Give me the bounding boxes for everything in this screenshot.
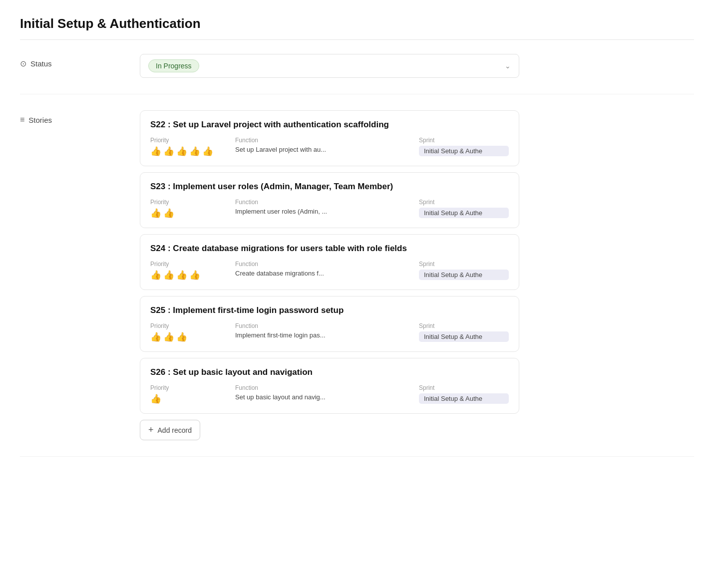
thumb-icon: 👍 xyxy=(150,331,161,342)
thumb-icon: 👍 xyxy=(150,146,161,157)
story-meta: Priority 👍👍👍 Function Implement first-ti… xyxy=(150,322,509,342)
story-title: S22 : Set up Laravel project with authen… xyxy=(150,120,509,130)
function-label: Function xyxy=(235,199,419,206)
function-value: Set up basic layout and navig... xyxy=(235,393,419,401)
priority-thumbs: 👍👍👍 xyxy=(150,331,235,342)
sprint-group: Sprint Initial Setup & Authe xyxy=(419,322,509,342)
story-meta: Priority 👍 Function Set up basic layout … xyxy=(150,384,509,404)
priority-group: Priority 👍👍👍👍 xyxy=(150,261,235,281)
function-value: Set up Laravel project with au... xyxy=(235,146,419,153)
sprint-group: Sprint Initial Setup & Authe xyxy=(419,199,509,219)
thumb-icon: 👍 xyxy=(150,208,161,219)
priority-group: Priority 👍 xyxy=(150,384,235,404)
priority-thumbs: 👍 xyxy=(150,393,235,404)
add-record-button[interactable]: + Add record xyxy=(140,420,200,440)
sprint-group: Sprint Initial Setup & Authe xyxy=(419,384,509,404)
stories-label-text: Stories xyxy=(28,116,52,124)
story-card[interactable]: S24 : Create database migrations for use… xyxy=(140,234,519,290)
status-badge: In Progress xyxy=(148,59,199,72)
thumb-icon: 👍 xyxy=(163,146,174,157)
story-card[interactable]: S23 : Implement user roles (Admin, Manag… xyxy=(140,172,519,228)
sprint-label: Sprint xyxy=(419,137,509,144)
stories-label: ≡ Stories xyxy=(20,110,140,124)
story-title: S23 : Implement user roles (Admin, Manag… xyxy=(150,182,509,192)
priority-group: Priority 👍👍👍 xyxy=(150,322,235,342)
sprint-label: Sprint xyxy=(419,199,509,206)
status-label-text: Status xyxy=(30,59,52,68)
sprint-badge: Initial Setup & Authe xyxy=(419,393,509,404)
function-value: Implement user roles (Admin, ... xyxy=(235,208,419,215)
function-label: Function xyxy=(235,322,419,329)
chevron-down-icon: ⌄ xyxy=(505,62,511,70)
function-label: Function xyxy=(235,137,419,144)
function-group: Function Implement user roles (Admin, ..… xyxy=(235,199,419,219)
function-group: Function Set up Laravel project with au.… xyxy=(235,137,419,157)
priority-group: Priority 👍👍👍👍👍 xyxy=(150,137,235,157)
thumb-icon: 👍 xyxy=(176,146,187,157)
sprint-badge: Initial Setup & Authe xyxy=(419,146,509,156)
priority-thumbs: 👍👍👍👍 xyxy=(150,270,235,281)
thumb-icon: 👍 xyxy=(163,331,174,342)
story-title: S26 : Set up basic layout and navigation xyxy=(150,367,509,377)
function-group: Function Implement first-time login pas.… xyxy=(235,322,419,342)
thumb-icon: 👍 xyxy=(150,393,161,404)
thumb-icon: 👍 xyxy=(202,146,213,157)
thumb-icon: 👍 xyxy=(189,270,200,281)
function-label: Function xyxy=(235,261,419,268)
sprint-badge: Initial Setup & Authe xyxy=(419,208,509,218)
sprint-badge: Initial Setup & Authe xyxy=(419,270,509,280)
priority-thumbs: 👍👍👍👍👍 xyxy=(150,146,235,157)
sprint-label: Sprint xyxy=(419,384,509,391)
thumb-icon: 👍 xyxy=(150,270,161,281)
status-dropdown[interactable]: In Progress ⌄ xyxy=(140,54,519,78)
story-card[interactable]: S25 : Implement first-time login passwor… xyxy=(140,296,519,352)
story-title: S25 : Implement first-time login passwor… xyxy=(150,305,509,315)
function-value: Create database migrations f... xyxy=(235,270,419,277)
thumb-icon: 👍 xyxy=(163,270,174,281)
priority-group: Priority 👍👍 xyxy=(150,199,235,219)
story-title: S24 : Create database migrations for use… xyxy=(150,244,509,254)
thumb-icon: 👍 xyxy=(176,331,187,342)
stories-content: S22 : Set up Laravel project with authen… xyxy=(140,110,694,440)
story-meta: Priority 👍👍 Function Implement user role… xyxy=(150,199,509,219)
function-label: Function xyxy=(235,384,419,391)
function-value: Implement first-time login pas... xyxy=(235,331,419,339)
function-group: Function Create database migrations f... xyxy=(235,261,419,281)
sprint-group: Sprint Initial Setup & Authe xyxy=(419,261,509,281)
story-meta: Priority 👍👍👍👍👍 Function Set up Laravel p… xyxy=(150,137,509,157)
sprint-label: Sprint xyxy=(419,322,509,329)
sprint-label: Sprint xyxy=(419,261,509,268)
thumb-icon: 👍 xyxy=(163,208,174,219)
thumb-icon: 👍 xyxy=(189,146,200,157)
priority-label: Priority xyxy=(150,322,235,329)
stories-field-row: ≡ Stories S22 : Set up Laravel project w… xyxy=(20,110,694,457)
plus-icon: + xyxy=(148,425,154,435)
priority-label: Priority xyxy=(150,199,235,206)
status-icon: ⊙ xyxy=(20,59,26,68)
priority-thumbs: 👍👍 xyxy=(150,208,235,219)
priority-label: Priority xyxy=(150,261,235,268)
function-group: Function Set up basic layout and navig..… xyxy=(235,384,419,404)
stories-list: S22 : Set up Laravel project with authen… xyxy=(140,110,519,414)
story-meta: Priority 👍👍👍👍 Function Create database m… xyxy=(150,261,509,281)
status-label: ⊙ Status xyxy=(20,54,140,68)
thumb-icon: 👍 xyxy=(176,270,187,281)
priority-label: Priority xyxy=(150,384,235,391)
page-title: Initial Setup & Authentication xyxy=(20,16,694,40)
sprint-badge: Initial Setup & Authe xyxy=(419,331,509,342)
priority-label: Priority xyxy=(150,137,235,144)
story-card[interactable]: S22 : Set up Laravel project with authen… xyxy=(140,110,519,166)
status-field-row: ⊙ Status In Progress ⌄ xyxy=(20,54,694,94)
stories-icon: ≡ xyxy=(20,115,24,124)
add-record-label: Add record xyxy=(158,426,192,434)
sprint-group: Sprint Initial Setup & Authe xyxy=(419,137,509,157)
status-field-content: In Progress ⌄ xyxy=(140,54,694,78)
story-card[interactable]: S26 : Set up basic layout and navigation… xyxy=(140,358,519,414)
